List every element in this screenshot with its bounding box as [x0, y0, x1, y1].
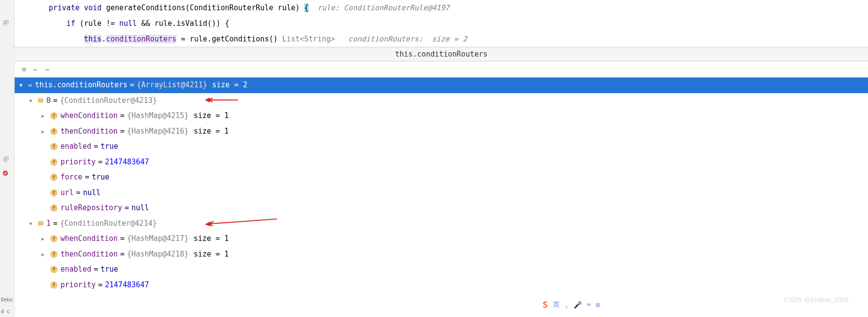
- inline-hint: rule: ConditionRouterRule@4197: [309, 3, 450, 12]
- size-label: size = 1: [194, 233, 229, 245]
- var-name: whenCondition: [60, 110, 118, 122]
- tree-item-1[interactable]: ▼ 1 = {ConditionRouter@4214}: [15, 216, 868, 232]
- forward-icon[interactable]: →: [45, 65, 49, 73]
- tree-root-row[interactable]: ▼ ∞ this.conditionRouters = {ArrayList@4…: [15, 78, 868, 93]
- field-icon: f: [50, 128, 58, 135]
- brace-highlight: {: [304, 3, 309, 12]
- collapse-icon[interactable]: ▼: [29, 97, 36, 105]
- object-ref: {HashMap@4215}: [127, 110, 188, 122]
- index: 1: [46, 218, 51, 230]
- breakpoint-check-icon: [2, 170, 9, 177]
- keyword: if: [66, 19, 75, 28]
- tree-field-row[interactable]: ▶fthenCondition={HashMap@4216}size = 1: [15, 124, 868, 139]
- tree-field-row[interactable]: fruleRepository=null: [15, 200, 868, 216]
- code-line-1[interactable]: private void generateConditions(Conditio…: [20, 0, 868, 16]
- debugger-title: this.conditionRouters: [15, 47, 868, 61]
- var-name: whenCondition: [60, 233, 118, 245]
- field-icon: f: [50, 235, 58, 242]
- expand-icon[interactable]: ⊞: [22, 65, 26, 73]
- tree-field-row[interactable]: ▶fthenCondition={HashMap@4218}size = 1: [15, 247, 868, 262]
- annotation-arrow-icon: [205, 218, 278, 226]
- value: true: [100, 140, 118, 153]
- params: (ConditionRouterRule rule): [185, 3, 304, 12]
- tree-item-0[interactable]: ▼ 0 = {ConditionRouter@4213}: [15, 93, 868, 109]
- method-name: generateConditions: [106, 3, 185, 12]
- value: 2147483647: [105, 156, 149, 169]
- inline-hint: conditionRouters: size = 2: [335, 35, 467, 43]
- annotation-arrow-icon: [205, 97, 239, 103]
- size-label: size = 1: [194, 248, 229, 261]
- object-ref: {ConditionRouter@4213}: [60, 95, 157, 107]
- back-icon[interactable]: ←: [33, 65, 37, 73]
- editor-gutter: @ @: [0, 0, 15, 293]
- field-icon: f: [50, 112, 58, 119]
- collapse-icon[interactable]: ▼: [29, 219, 36, 228]
- type-hint: List<String>: [278, 35, 335, 43]
- field-icon: f: [50, 204, 58, 212]
- field-icon: f: [50, 189, 58, 197]
- value: 2147483647: [105, 279, 149, 292]
- list-element-icon: [38, 221, 43, 225]
- size-label: size = 2: [212, 79, 247, 92]
- object-ref: {HashMap@4216}: [127, 125, 188, 138]
- var-name: enabled: [60, 140, 91, 153]
- var-name: this.conditionRouters: [35, 79, 128, 92]
- var-name: priority: [60, 279, 96, 292]
- expand-icon[interactable]: ▶: [41, 127, 48, 136]
- object-ref: {ConditionRouter@4214}: [60, 218, 157, 230]
- tree-field-row[interactable]: fenabled=true: [15, 262, 868, 277]
- field-icon: f: [50, 174, 58, 181]
- code-editor[interactable]: private void generateConditions(Conditio…: [15, 0, 868, 47]
- tree-field-row[interactable]: fforce=true: [15, 170, 868, 185]
- tree-field-row[interactable]: fenabled=true: [15, 139, 868, 155]
- object-ref: {HashMap@4218}: [127, 248, 188, 261]
- tree-field-row[interactable]: fpriority=2147483647: [15, 155, 868, 170]
- tree-field-row[interactable]: ▶fwhenCondition={HashMap@4215}size = 1: [15, 108, 868, 124]
- var-name: thenCondition: [60, 248, 118, 261]
- var-name: thenCondition: [60, 125, 118, 138]
- object-ref: {HashMap@4217}: [127, 233, 188, 245]
- expand-icon[interactable]: ▶: [41, 235, 48, 243]
- keyword: private: [49, 3, 79, 12]
- code-line-2[interactable]: if (rule != null && rule.isValid()) {: [20, 16, 868, 31]
- code-line-3[interactable]: this.conditionRouters = rule.getConditio…: [20, 31, 868, 47]
- size-label: size = 1: [194, 110, 229, 122]
- field-icon: f: [50, 158, 58, 166]
- annotation-icon: @: [3, 155, 9, 162]
- keyword: null: [119, 19, 137, 28]
- field-icon: f: [50, 266, 58, 273]
- tree-field-row[interactable]: ▶fwhenCondition={HashMap@4217}size = 1: [15, 231, 868, 247]
- this-keyword: this: [84, 35, 101, 43]
- value: null: [83, 187, 100, 199]
- var-name: enabled: [60, 263, 91, 276]
- value: null: [131, 202, 149, 215]
- debugger-toolbar: ⊞ ← →: [15, 61, 868, 78]
- value: true: [100, 263, 118, 276]
- collapse-icon[interactable]: ▼: [20, 81, 26, 89]
- field-icon: f: [50, 143, 58, 150]
- expand-icon[interactable]: ▶: [41, 250, 48, 258]
- field-icon: f: [50, 281, 58, 289]
- tree-field-row[interactable]: fpriority=2147483647: [15, 277, 868, 293]
- tree-field-row[interactable]: furl=null: [15, 185, 868, 201]
- value: true: [92, 171, 109, 184]
- index: 0: [46, 95, 51, 107]
- var-name: ruleRepository: [60, 202, 122, 215]
- watch-icon: ∞: [28, 80, 32, 91]
- var-name: url: [60, 187, 74, 199]
- field-highlight: conditionRouters: [106, 35, 177, 43]
- annotation-icon: @: [3, 18, 9, 26]
- keyword: void: [84, 3, 101, 12]
- field-icon: f: [50, 251, 58, 258]
- var-name: force: [60, 171, 82, 184]
- size-label: size = 1: [194, 125, 229, 138]
- expand-icon[interactable]: ▶: [41, 112, 48, 120]
- object-ref: {ArrayList@4211}: [137, 79, 208, 92]
- list-element-icon: [38, 99, 43, 102]
- var-name: priority: [60, 156, 96, 169]
- variables-tree[interactable]: ▼ ∞ this.conditionRouters = {ArrayList@4…: [15, 78, 868, 293]
